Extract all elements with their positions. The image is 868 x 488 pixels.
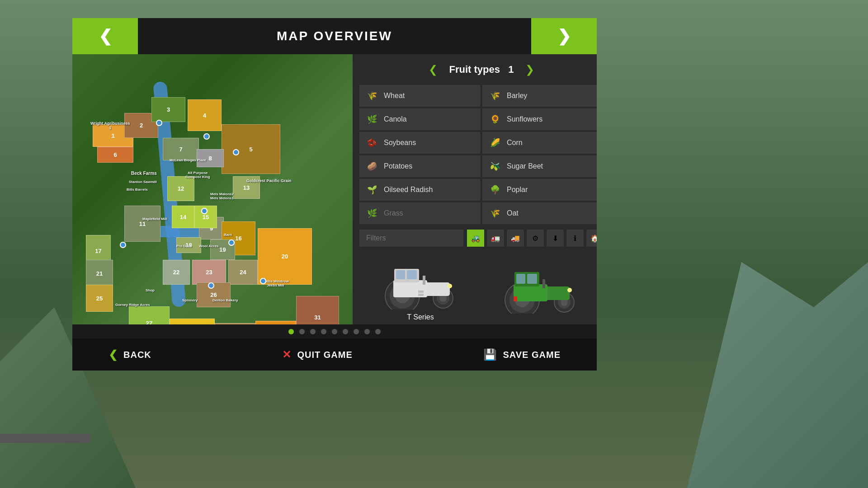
vehicle-t-series: T Series	[375, 255, 466, 321]
fruit-item-poplar[interactable]: 🌳 Poplar	[482, 179, 597, 201]
map-field-14[interactable]: 14	[172, 206, 194, 228]
back-button[interactable]: ❮ BACK	[108, 348, 151, 361]
fruit-item-corn[interactable]: 🌽 Corn	[482, 132, 597, 154]
fruit-label-oilseed-radish: Oilseed Radish	[384, 186, 433, 194]
svg-rect-10	[407, 270, 417, 279]
vehicle-t-series-name: T Series	[407, 313, 434, 321]
filter-icon-harvester[interactable]: 🚛	[487, 230, 504, 247]
map-field-20[interactable]: 20	[258, 228, 312, 285]
fruit-icon-sugar-beet: 🫒	[488, 159, 502, 174]
fruit-label-soybeans: Soybeans	[384, 139, 416, 147]
location-sawmill: Stanton Sawmill	[129, 180, 157, 184]
fruit-prev-button[interactable]: ❮	[424, 61, 442, 78]
filter-icon-tractor[interactable]: 🚜	[467, 230, 484, 247]
fruit-types-header: ❮ Fruit types 1 ❯	[359, 61, 597, 78]
info-dot-5	[120, 242, 126, 248]
svg-rect-14	[418, 294, 424, 296]
fruit-item-oat[interactable]: 🌾 Oat	[482, 202, 597, 224]
next-button[interactable]: ❯	[531, 18, 597, 54]
page-dot-1[interactable]	[299, 329, 305, 334]
page-dot-3[interactable]	[321, 329, 326, 334]
location-shop: Shop	[146, 288, 155, 292]
map-field-30[interactable]: 30	[255, 321, 296, 324]
map-field-24[interactable]: 24	[228, 260, 258, 285]
page-dot-6[interactable]	[354, 329, 359, 334]
filter-icon-home[interactable]: 🏠	[586, 230, 597, 247]
location-beck: Beck Farms	[131, 171, 157, 176]
map-field-21[interactable]: 21	[86, 260, 113, 287]
fruit-types-title: Fruit types 1	[449, 64, 514, 75]
save-icon: 💾	[483, 348, 497, 361]
fruit-icon-oilseed-radish: 🌱	[365, 183, 379, 197]
map-field-11[interactable]: 11	[124, 206, 160, 242]
location-produce: Pro Duce	[176, 244, 192, 248]
svg-rect-26	[542, 279, 545, 288]
svg-point-28	[567, 288, 572, 292]
fruit-label-canola: Canola	[384, 115, 407, 123]
fruit-page-num: 1	[508, 64, 514, 75]
fruit-label-wheat: Wheat	[384, 92, 405, 100]
back-label: BACK	[123, 350, 151, 360]
fruit-next-button[interactable]: ❯	[521, 61, 539, 78]
filters-row: 🚜🚛🚚⚙⬇ℹ🏠	[359, 230, 597, 247]
filter-input[interactable]	[359, 230, 463, 247]
road	[0, 434, 90, 443]
filter-icon-trailer[interactable]: 🚚	[507, 230, 524, 247]
tractor-green-svg	[497, 259, 588, 314]
map-field-6[interactable]: 6	[97, 147, 133, 163]
filter-icon-settings[interactable]: ⚙	[527, 230, 544, 247]
location-goldcrest: Goldcrest Pacific Grain	[246, 178, 292, 183]
fruit-item-sugar-beet[interactable]: 🫒 Sugar Beet	[482, 155, 597, 177]
prev-arrow-icon: ❮	[99, 27, 112, 46]
location-bakery: Denton Bakery	[212, 298, 238, 302]
page-dot-4[interactable]	[332, 329, 337, 334]
map-field-31[interactable]: 31	[296, 296, 339, 324]
fruit-label-grass: Grass	[384, 209, 403, 217]
quit-button[interactable]: ✕ QUIT GAME	[282, 348, 352, 361]
map-field-29[interactable]: 29	[215, 323, 255, 324]
svg-rect-25	[527, 274, 537, 284]
fruit-item-sunflowers[interactable]: 🌻 Sunflowers	[482, 108, 597, 130]
prev-button[interactable]: ❮	[72, 18, 138, 54]
fruit-item-oilseed-radish[interactable]: 🌱 Oilseed Radish	[359, 179, 481, 201]
fruit-item-barley[interactable]: 🌾 Barley	[482, 85, 597, 107]
filter-icons: 🚜🚛🚚⚙⬇ℹ🏠	[467, 230, 597, 247]
fruit-item-grass[interactable]: 🌿 Grass	[359, 202, 481, 224]
fruit-icon-canola: 🌿	[365, 112, 379, 127]
map-field-28[interactable]: 28	[170, 319, 215, 324]
page-dot-8[interactable]	[375, 329, 381, 334]
svg-rect-11	[423, 276, 425, 285]
map-field-4[interactable]: 4	[188, 99, 222, 131]
info-dot-6	[228, 239, 235, 246]
fruit-item-canola[interactable]: 🌿 Canola	[359, 108, 481, 130]
fruit-item-soybeans[interactable]: 🫘 Soybeans	[359, 132, 481, 154]
page-dot-2[interactable]	[310, 329, 316, 334]
page-dots	[72, 324, 597, 339]
map-field-5[interactable]: 5	[222, 124, 280, 174]
next-arrow-icon: ❯	[557, 27, 571, 46]
filter-icon-info[interactable]: ℹ	[566, 230, 584, 247]
page-dot-0[interactable]	[288, 329, 294, 334]
location-wright: Wright Agribusiness1	[90, 121, 130, 130]
right-panel: ❮ Fruit types 1 ❯ 🌾 Wheat 🌾 Barley 🌿 Can…	[353, 54, 597, 324]
filter-icon-download[interactable]: ⬇	[547, 230, 564, 247]
info-dot-4	[201, 208, 208, 214]
info-dot-8	[260, 278, 266, 284]
fruit-item-potatoes[interactable]: 🥔 Potatoes	[359, 155, 481, 177]
location-mels: Mels Malons2Mels Melons1	[210, 192, 234, 200]
map-field-22[interactable]: 22	[163, 260, 190, 285]
map-field-12[interactable]: 12	[167, 176, 194, 201]
save-button[interactable]: 💾 SAVE GAME	[483, 348, 561, 361]
fruit-label-potatoes: Potatoes	[384, 162, 412, 170]
map-field-7[interactable]: 7	[163, 138, 199, 160]
map-field-27[interactable]: 27	[129, 306, 170, 324]
svg-rect-13	[418, 291, 424, 293]
fruit-item-wheat[interactable]: 🌾 Wheat	[359, 85, 481, 107]
page-dot-5[interactable]	[343, 329, 348, 334]
location-compost: All PurposeCompost King	[185, 171, 210, 179]
tractor-white-svg	[375, 255, 466, 310]
map-field-25[interactable]: 25	[86, 285, 113, 312]
map-field-23[interactable]: 23	[192, 260, 226, 285]
map-field-3[interactable]: 3	[151, 97, 185, 122]
page-dot-7[interactable]	[364, 329, 370, 334]
